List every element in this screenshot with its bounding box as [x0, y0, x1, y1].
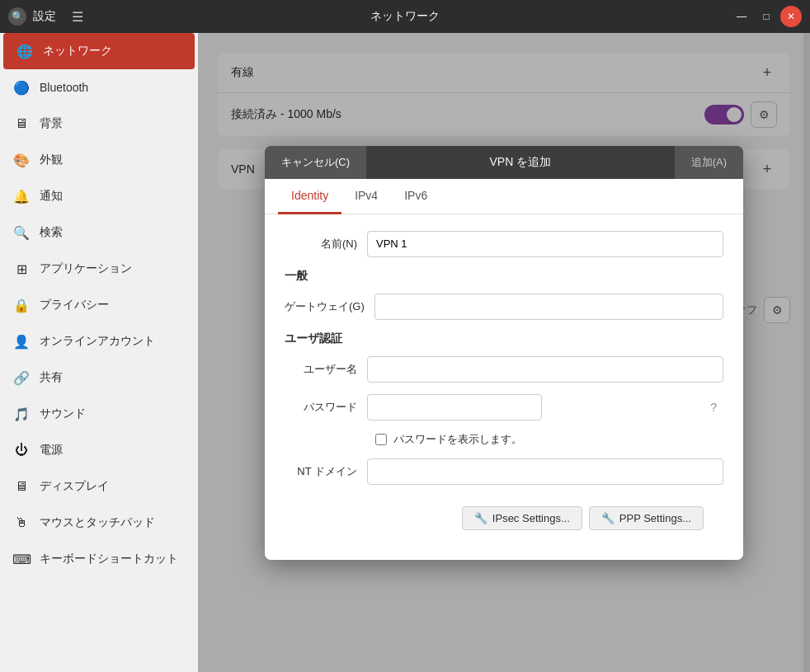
show-password-checkbox[interactable] — [375, 434, 387, 445]
sidebar-item-label: 共有 — [40, 370, 63, 385]
dialog-tabs: Identity IPv4 IPv6 — [265, 179, 743, 214]
sidebar-item-label: オンラインアカウント — [40, 334, 155, 349]
gateway-row: ゲートウェイ(G) — [285, 294, 723, 320]
sidebar-item-label: キーボードショートカット — [40, 552, 178, 566]
sidebar-item-network[interactable]: 🌐 ネットワーク — [3, 33, 195, 69]
ipsec-wrench-icon: 🔧 — [474, 512, 487, 524]
window-title: ネットワーク — [370, 9, 440, 24]
online-accounts-icon: 👤 — [13, 333, 30, 350]
ipsec-settings-label: IPsec Settings... — [492, 512, 570, 524]
ipsec-settings-button[interactable]: 🔧 IPsec Settings... — [462, 506, 582, 530]
display-icon: 🖥 — [13, 478, 30, 495]
username-row: ユーザー名 — [285, 356, 723, 383]
nt-domain-input[interactable] — [367, 458, 723, 485]
sidebar-item-appearance[interactable]: 🎨 外観 — [0, 142, 198, 178]
dialog-titlebar: キャンセル(C) VPN を追加 追加(A) — [265, 146, 743, 179]
window-controls: — □ ✕ — [731, 6, 802, 27]
power-icon: ⏻ — [13, 442, 30, 458]
password-input[interactable] — [367, 394, 542, 421]
name-label: 名前(N) — [285, 237, 367, 251]
show-password-label: パスワードを表示します。 — [393, 432, 522, 447]
sidebar-item-label: プライバシー — [40, 298, 109, 313]
ppp-settings-button[interactable]: 🔧 PPP Settings... — [589, 506, 704, 530]
titlebar: 🔍 設定 ☰ ネットワーク — □ ✕ — [0, 0, 810, 33]
sidebar-item-label: 外観 — [40, 153, 63, 167]
sidebar-item-power[interactable]: ⏻ 電源 — [0, 432, 198, 468]
sharing-icon: 🔗 — [13, 369, 30, 386]
password-label: パスワード — [285, 400, 367, 415]
tab-ipv4[interactable]: IPv4 — [341, 179, 391, 214]
sidebar-item-label: サウンド — [40, 406, 86, 421]
sidebar-item-sharing[interactable]: 🔗 共有 — [0, 359, 198, 396]
sidebar-item-applications[interactable]: ⊞ アプリケーション — [0, 251, 198, 287]
sound-icon: 🎵 — [13, 406, 30, 422]
privacy-icon: 🔒 — [13, 297, 30, 313]
sidebar-item-privacy[interactable]: 🔒 プライバシー — [0, 287, 198, 323]
nt-domain-row: NT ドメイン — [285, 458, 723, 485]
sidebar-item-mouse[interactable]: 🖱 マウスとタッチパッド — [0, 505, 198, 541]
nt-domain-label: NT ドメイン — [285, 464, 367, 479]
sidebar-item-sound[interactable]: 🎵 サウンド — [0, 396, 198, 432]
dialog-content: 名前(N) 一般 ゲートウェイ(G) ユーザ認証 ユーザー名 — [265, 214, 743, 560]
tab-identity[interactable]: Identity — [278, 179, 341, 214]
general-heading: 一般 — [285, 269, 723, 284]
applications-icon: ⊞ — [13, 261, 30, 277]
sidebar-item-notifications[interactable]: 🔔 通知 — [0, 178, 198, 214]
dialog-footer: 🔧 IPsec Settings... 🔧 PPP Settings... — [285, 496, 723, 543]
sidebar-item-label: Bluetooth — [40, 81, 88, 94]
main-layout: 🌐 ネットワーク 🔵 Bluetooth 🖥 背景 🎨 外観 🔔 通知 🔍 検索… — [0, 33, 810, 672]
minimize-button[interactable]: — — [731, 6, 752, 27]
background-icon: 🖥 — [13, 115, 30, 132]
sidebar-item-label: 背景 — [40, 116, 63, 131]
app-name: 設定 — [33, 9, 56, 24]
bluetooth-icon: 🔵 — [13, 79, 30, 96]
dialog-title: VPN を追加 — [366, 146, 675, 179]
sidebar-item-search[interactable]: 🔍 検索 — [0, 214, 198, 251]
sidebar-item-label: 電源 — [40, 443, 63, 458]
name-input[interactable] — [367, 231, 723, 257]
sidebar-item-keyboard[interactable]: ⌨ キーボードショートカット — [0, 541, 198, 577]
sidebar: 🌐 ネットワーク 🔵 Bluetooth 🖥 背景 🎨 外観 🔔 通知 🔍 検索… — [0, 33, 198, 672]
appearance-icon: 🎨 — [13, 152, 30, 168]
content-area: 有線 + 接続済み - 1000 Mb/s ⚙ VPN + オフ ⚙ — [198, 33, 810, 672]
sidebar-item-online-accounts[interactable]: 👤 オンラインアカウント — [0, 323, 198, 359]
sidebar-item-label: マウスとタッチパッド — [40, 515, 155, 530]
gateway-input[interactable] — [374, 294, 723, 320]
name-row: 名前(N) — [285, 231, 723, 257]
notifications-icon: 🔔 — [13, 188, 30, 204]
user-auth-heading: ユーザ認証 — [285, 331, 723, 346]
search-sidebar-icon: 🔍 — [13, 224, 30, 241]
sidebar-item-label: アプリケーション — [40, 261, 132, 276]
sidebar-item-background[interactable]: 🖥 背景 — [0, 106, 198, 142]
vpn-dialog: キャンセル(C) VPN を追加 追加(A) Identity IPv4 IPv… — [265, 146, 743, 560]
network-icon: 🌐 — [16, 43, 33, 59]
maximize-button[interactable]: □ — [756, 6, 777, 27]
sidebar-item-label: 検索 — [40, 225, 63, 240]
password-row: パスワード ? — [285, 394, 723, 421]
mouse-icon: 🖱 — [13, 515, 30, 531]
dialog-overlay: キャンセル(C) VPN を追加 追加(A) Identity IPv4 IPv… — [198, 33, 810, 672]
password-wrapper: ? — [367, 394, 723, 421]
ppp-wrench-icon: 🔧 — [601, 512, 615, 524]
keyboard-icon: ⌨ — [13, 551, 30, 567]
add-button[interactable]: 追加(A) — [675, 146, 743, 179]
search-icon[interactable]: 🔍 — [8, 7, 26, 26]
username-label: ユーザー名 — [285, 362, 367, 377]
password-help-icon[interactable]: ? — [710, 401, 717, 414]
sidebar-item-label: ネットワーク — [43, 44, 112, 59]
sidebar-item-bluetooth[interactable]: 🔵 Bluetooth — [0, 69, 198, 106]
cancel-button[interactable]: キャンセル(C) — [265, 146, 366, 179]
close-button[interactable]: ✕ — [780, 6, 802, 27]
menu-button[interactable]: ☰ — [66, 7, 89, 26]
tab-ipv6[interactable]: IPv6 — [391, 179, 440, 214]
sidebar-item-label: 通知 — [40, 189, 63, 204]
username-input[interactable] — [367, 356, 723, 383]
ppp-settings-label: PPP Settings... — [619, 512, 691, 524]
sidebar-item-label: ディスプレイ — [40, 479, 109, 494]
show-password-row: パスワードを表示します。 — [375, 432, 723, 447]
gateway-label: ゲートウェイ(G) — [285, 299, 374, 314]
sidebar-item-display[interactable]: 🖥 ディスプレイ — [0, 468, 198, 505]
